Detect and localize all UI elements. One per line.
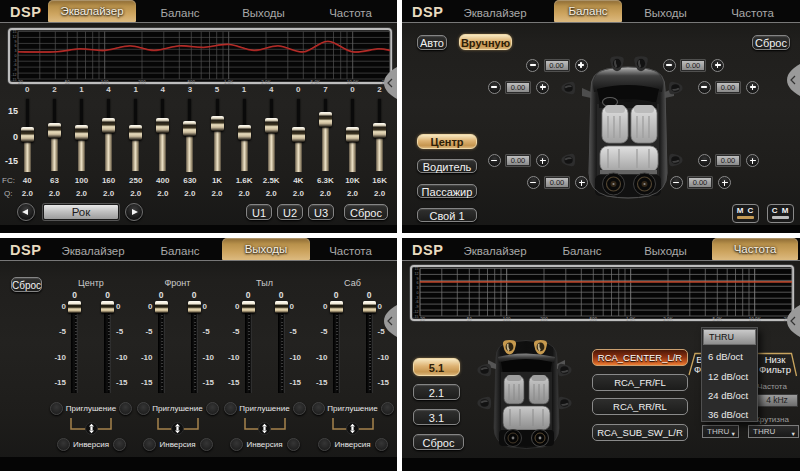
svg-text:15: 15 <box>13 30 17 34</box>
svg-text:0: 0 <box>417 291 419 295</box>
svg-text:0: 0 <box>15 54 17 58</box>
svg-text:100: 100 <box>503 317 511 322</box>
svg-text:-3: -3 <box>13 59 16 63</box>
svg-text:9: 9 <box>417 277 419 281</box>
svg-text:6: 6 <box>417 281 419 285</box>
svg-text:50: 50 <box>467 317 473 322</box>
svg-text:-15: -15 <box>11 78 16 82</box>
svg-text:500: 500 <box>589 317 597 322</box>
svg-text:12: 12 <box>13 35 17 39</box>
svg-text:-12: -12 <box>11 73 16 77</box>
svg-text:-12: -12 <box>413 310 418 314</box>
svg-text:200: 200 <box>540 317 548 322</box>
svg-text:3: 3 <box>15 49 17 53</box>
svg-text:12: 12 <box>415 272 419 276</box>
svg-text:3: 3 <box>417 286 419 290</box>
svg-text:6: 6 <box>15 44 17 48</box>
svg-text:9: 9 <box>15 40 17 44</box>
svg-text:2.0K: 2.0K <box>663 317 673 322</box>
svg-text:-15: -15 <box>413 315 418 319</box>
svg-text:15: 15 <box>415 267 419 271</box>
svg-text:-6: -6 <box>13 63 16 67</box>
svg-text:-6: -6 <box>415 300 418 304</box>
svg-text:50: 50 <box>65 80 71 85</box>
svg-text:-3: -3 <box>415 296 418 300</box>
svg-text:-9: -9 <box>13 68 16 72</box>
svg-text:-9: -9 <box>415 305 418 309</box>
svg-text:1.0K: 1.0K <box>626 317 636 322</box>
svg-text:5.0K: 5.0K <box>713 317 723 322</box>
svg-text:20: 20 <box>420 317 426 322</box>
svg-text:10.0K: 10.0K <box>749 317 762 322</box>
